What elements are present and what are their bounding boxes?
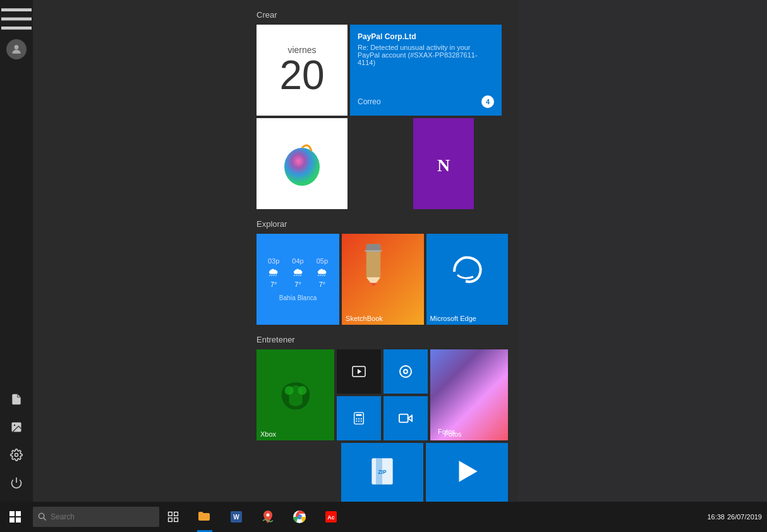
movie-tile[interactable] [337, 349, 381, 394]
task-view-button[interactable] [159, 502, 187, 532]
svg-rect-100 [169, 512, 172, 516]
weather-tile[interactable]: 03p 🌧 7° 04p 🌧 7° 05p 🌧 7° [257, 234, 339, 325]
crear-section: Crear viernes 20 PayPal Corp.Ltd Re: Det… [257, 10, 508, 209]
start-menu: # 360 360 Security Center ▾ A Accesi [0, 0, 518, 502]
svg-rect-101 [174, 512, 178, 516]
entretener-title: Entretener [257, 335, 508, 344]
svg-rect-102 [169, 518, 172, 522]
weather-time-1: 03p [268, 257, 279, 265]
sketchbook-tile[interactable]: SketchBook [342, 234, 423, 325]
svg-marker-56 [358, 369, 361, 374]
svg-text:Ac: Ac [327, 514, 335, 521]
user-avatar[interactable] [1, 35, 32, 63]
calendar-day-num: 20 [279, 55, 324, 95]
svg-point-63 [356, 418, 357, 420]
explorar-section: Explorar 03p 🌧 7° 04p 🌧 7° [257, 219, 508, 325]
svg-marker-73 [459, 461, 478, 481]
settings-icon[interactable] [1, 441, 32, 469]
svg-rect-0 [1, 8, 32, 11]
onenote-tile[interactable]: N [413, 118, 474, 209]
taskbar: W Ac [0, 502, 767, 532]
sketchbook-label: SketchBook [342, 312, 387, 325]
taskbar-app-chrome[interactable] [284, 502, 315, 532]
svg-rect-97 [16, 517, 21, 523]
svg-point-68 [361, 420, 362, 421]
task-view-icon [167, 511, 179, 523]
crear-title: Crear [257, 10, 508, 20]
svg-point-6 [15, 454, 18, 457]
taskbar-search-bar[interactable] [33, 507, 159, 527]
svg-point-57 [400, 366, 411, 377]
svg-rect-96 [9, 517, 15, 523]
svg-point-53 [284, 386, 293, 395]
entretener-row2: ZIP WinZip Univer... ACG Player [257, 443, 508, 502]
svg-rect-103 [174, 518, 178, 522]
mail-app-label: Correo [358, 97, 381, 106]
entretener-section: Entretener Xbox [257, 335, 508, 502]
photos-icon[interactable] [1, 413, 32, 441]
xbox-tile[interactable]: Xbox [257, 349, 334, 440]
calc-tile[interactable] [337, 396, 381, 440]
svg-point-58 [404, 370, 408, 373]
maps-icon [260, 509, 275, 524]
start-button[interactable] [0, 502, 30, 532]
cam-tile[interactable] [384, 396, 428, 440]
taskbar-app-acrobat[interactable]: Ac [316, 502, 346, 532]
calendar-tile[interactable]: viernes 20 [257, 25, 347, 116]
taskbar-date: 26/07/2019 [727, 513, 762, 521]
svg-point-65 [361, 418, 362, 420]
taskbar-app-explorer[interactable] [190, 502, 220, 532]
sidebar-icons [0, 0, 33, 502]
power-icon[interactable] [1, 469, 32, 497]
tiles-panel: Crear viernes 20 PayPal Corp.Ltd Re: Det… [246, 0, 518, 502]
winzip-tile[interactable]: ZIP WinZip Univer... [341, 443, 423, 502]
taskbar-app-word[interactable]: W [221, 502, 251, 532]
xbox-label: Xbox [257, 428, 280, 440]
svg-point-5 [14, 425, 15, 426]
small-icons-grid [337, 349, 428, 440]
hamburger-icon[interactable] [1, 5, 32, 33]
paint3d-label: Paint 3D [257, 196, 291, 209]
svg-rect-69 [399, 414, 408, 423]
fotos-text: Fotos [444, 430, 462, 438]
edge-label: Microsoft Edge [426, 312, 480, 325]
acg-player-tile[interactable]: ACG Player [426, 443, 508, 502]
taskbar-right: 16:38 26/07/2019 [707, 513, 767, 521]
mail-sender: PayPal Corp.Ltd [358, 32, 494, 41]
svg-rect-95 [16, 511, 21, 516]
svg-rect-1 [1, 18, 32, 21]
weather-time-2: 04p [292, 257, 303, 265]
weather-time-3: 05p [317, 257, 328, 265]
folder-icon [197, 509, 212, 524]
mail-tile[interactable]: PayPal Corp.Ltd Re: Detected unusual act… [350, 25, 502, 116]
sidebar-bottom [1, 385, 32, 497]
svg-text:W: W [233, 514, 239, 521]
taskbar-time: 16:38 [707, 513, 725, 521]
taskbar-app-maps[interactable] [253, 502, 283, 532]
crear-row: viernes 20 PayPal Corp.Ltd Re: Detected … [257, 25, 508, 116]
word-icon: W [229, 509, 244, 524]
svg-point-54 [298, 386, 306, 395]
weather-city: Bahía Blanca [279, 294, 317, 301]
svg-point-66 [356, 420, 357, 421]
documents-icon[interactable] [1, 385, 32, 413]
svg-rect-62 [356, 414, 361, 416]
acrobat-taskbar-icon: Ac [323, 509, 339, 524]
app-list-panel: # 360 360 Security Center ▾ A Accesi [0, 0, 246, 502]
svg-line-99 [44, 518, 46, 521]
fotos-tile[interactable]: Fotos Fotos [430, 349, 508, 440]
taskbar-apps: W Ac [190, 502, 346, 532]
svg-point-3 [15, 45, 19, 49]
svg-text:ZIP: ZIP [378, 469, 387, 475]
svg-rect-94 [9, 511, 15, 516]
mail-badge: 4 [481, 95, 494, 108]
paint3d-tile[interactable]: Paint 3D [257, 118, 347, 209]
chrome-icon [292, 509, 307, 524]
radio-tile[interactable] [384, 349, 428, 394]
svg-text:N: N [437, 155, 450, 175]
svg-marker-50 [370, 283, 377, 287]
svg-point-98 [39, 513, 44, 518]
edge-tile[interactable]: Microsoft Edge [426, 234, 508, 325]
mail-subject: Re: Detected unusual activity in your Pa… [358, 44, 494, 66]
taskbar-search-input[interactable] [51, 512, 145, 521]
